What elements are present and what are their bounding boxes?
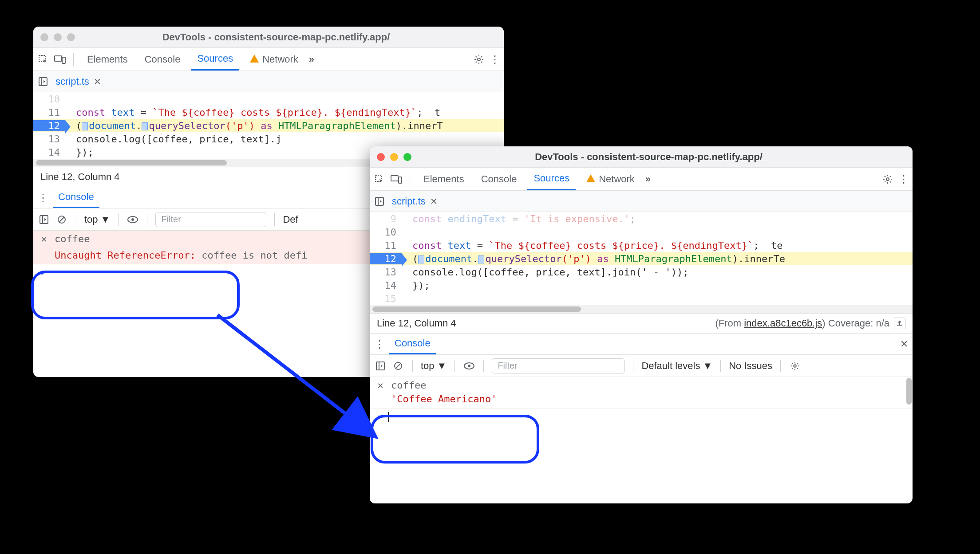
- issues-button[interactable]: No Issues: [729, 360, 772, 372]
- close-icon[interactable]: ✕: [430, 196, 438, 207]
- file-tab-strip: script.ts ✕: [370, 191, 913, 212]
- live-expression-icon[interactable]: [126, 213, 139, 226]
- traffic-lights: [40, 33, 75, 41]
- more-tabs-icon[interactable]: »: [645, 173, 651, 185]
- line-number: 11: [370, 240, 402, 251]
- kebab-menu-icon[interactable]: ⋮: [490, 53, 500, 66]
- chevron-right-icon: ›: [376, 411, 382, 422]
- traffic-close[interactable]: [377, 153, 385, 161]
- file-tab-script[interactable]: script.ts ✕: [49, 76, 107, 87]
- tab-elements[interactable]: Elements: [417, 168, 470, 190]
- tab-elements[interactable]: Elements: [81, 48, 134, 71]
- devtools-window-after: DevTools - consistent-source-map-pc.netl…: [370, 146, 913, 503]
- code-line: });: [402, 280, 430, 291]
- console-output[interactable]: ✕ coffee 'Coffee Americano' ›: [370, 377, 913, 503]
- titlebar: DevTools - consistent-source-map-pc.netl…: [33, 27, 504, 48]
- context-selector[interactable]: top▼: [84, 214, 110, 225]
- main-toolbar: Elements Console Sources Network » ⋮: [33, 48, 504, 71]
- tab-console[interactable]: Console: [138, 48, 187, 71]
- traffic-zoom[interactable]: [67, 33, 75, 41]
- separator: [633, 360, 633, 372]
- toggle-navigator-icon[interactable]: [373, 195, 386, 208]
- kebab-menu-icon[interactable]: ⋮: [898, 173, 909, 185]
- filter-input[interactable]: Filter: [492, 358, 625, 373]
- vertical-scrollbar[interactable]: [906, 378, 912, 503]
- traffic-lights: [377, 153, 411, 161]
- source-map-info: (From index.a8c1ec6b.js) Coverage: n/a: [715, 318, 889, 329]
- device-toggle-icon[interactable]: [54, 53, 66, 66]
- device-toggle-icon[interactable]: [390, 173, 403, 185]
- console-prompt[interactable]: ›: [370, 408, 913, 425]
- svg-rect-6: [40, 216, 48, 224]
- more-tabs-icon[interactable]: »: [309, 54, 314, 65]
- coverage-toggle-icon[interactable]: [894, 318, 905, 329]
- drawer-header: ⋮ Console ✕: [370, 334, 913, 355]
- settings-icon[interactable]: [881, 173, 894, 185]
- console-toolbar: top▼ Filter Default levels▼ No Issues: [370, 355, 913, 377]
- filter-placeholder: Filter: [161, 214, 181, 224]
- svg-point-15: [886, 178, 889, 181]
- line-number: 14: [370, 280, 402, 291]
- toggle-sidebar-icon[interactable]: [38, 213, 50, 226]
- context-selector[interactable]: top▼: [421, 360, 447, 372]
- close-icon[interactable]: ✕: [40, 233, 48, 244]
- inspect-icon[interactable]: [37, 53, 49, 66]
- close-icon[interactable]: ✕: [94, 76, 101, 87]
- text-cursor: [388, 412, 389, 422]
- clear-console-icon[interactable]: [55, 213, 68, 226]
- line-number: 11: [33, 107, 65, 118]
- tab-sources[interactable]: Sources: [527, 168, 576, 190]
- file-tab-strip: script.ts ✕: [33, 71, 504, 92]
- code-line: console.log([coffee, price, text].join('…: [402, 267, 689, 278]
- levels-selector[interactable]: Def: [283, 214, 298, 225]
- svg-line-21: [395, 363, 401, 369]
- inspect-icon[interactable]: [373, 173, 386, 185]
- separator: [412, 360, 413, 372]
- live-expression-icon[interactable]: [463, 360, 475, 372]
- svg-point-11: [131, 218, 134, 221]
- hint-icon: [82, 122, 88, 130]
- tab-network[interactable]: Network: [244, 48, 304, 71]
- tab-sources[interactable]: Sources: [191, 48, 239, 71]
- file-tab-label: script.ts: [55, 76, 89, 87]
- code-line: console.log([coffee, price, text].j: [65, 134, 282, 145]
- line-number: 13: [33, 134, 65, 145]
- svg-rect-4: [39, 78, 47, 86]
- tab-network[interactable]: Network: [580, 168, 641, 190]
- file-tab-script[interactable]: script.ts ✕: [386, 196, 444, 207]
- toggle-sidebar-icon[interactable]: [374, 360, 387, 372]
- filter-input[interactable]: Filter: [155, 212, 266, 227]
- drawer-menu-icon[interactable]: ⋮: [38, 192, 48, 204]
- clear-console-icon[interactable]: [392, 360, 404, 372]
- line-number: 10: [370, 227, 402, 238]
- line-number: 14: [33, 147, 65, 158]
- svg-point-24: [794, 365, 796, 367]
- drawer-menu-icon[interactable]: ⋮: [374, 338, 385, 350]
- drawer-tab-console[interactable]: Console: [389, 334, 436, 354]
- code-line: });: [65, 147, 94, 158]
- settings-icon[interactable]: [473, 53, 485, 66]
- close-drawer-icon[interactable]: ✕: [900, 338, 908, 350]
- horizontal-scrollbar[interactable]: [370, 305, 913, 313]
- code-editor[interactable]: 9 const endingText = 'It is expensive.';…: [370, 212, 913, 313]
- separator: [73, 53, 74, 66]
- close-icon[interactable]: ✕: [376, 380, 385, 391]
- warning-icon: [250, 55, 259, 63]
- traffic-minimize[interactable]: [54, 33, 62, 41]
- separator: [720, 360, 721, 372]
- code-line-current: (document.querySelector('p') as HTMLPara…: [402, 253, 785, 264]
- svg-rect-18: [376, 362, 384, 370]
- levels-selector[interactable]: Default levels▼: [641, 360, 712, 372]
- tab-console[interactable]: Console: [475, 168, 523, 190]
- separator: [76, 213, 76, 226]
- traffic-zoom[interactable]: [403, 153, 411, 161]
- console-settings-icon[interactable]: [789, 360, 801, 372]
- traffic-minimize[interactable]: [390, 153, 398, 161]
- titlebar: DevTools - consistent-source-map-pc.netl…: [370, 146, 913, 168]
- toggle-navigator-icon[interactable]: [37, 75, 49, 88]
- drawer-tab-console[interactable]: Console: [53, 187, 99, 208]
- traffic-close[interactable]: [40, 33, 48, 41]
- sourcemap-link[interactable]: index.a8c1ec6b.js: [744, 318, 822, 329]
- line-number: 9: [370, 213, 402, 224]
- tab-network-label: Network: [262, 54, 298, 65]
